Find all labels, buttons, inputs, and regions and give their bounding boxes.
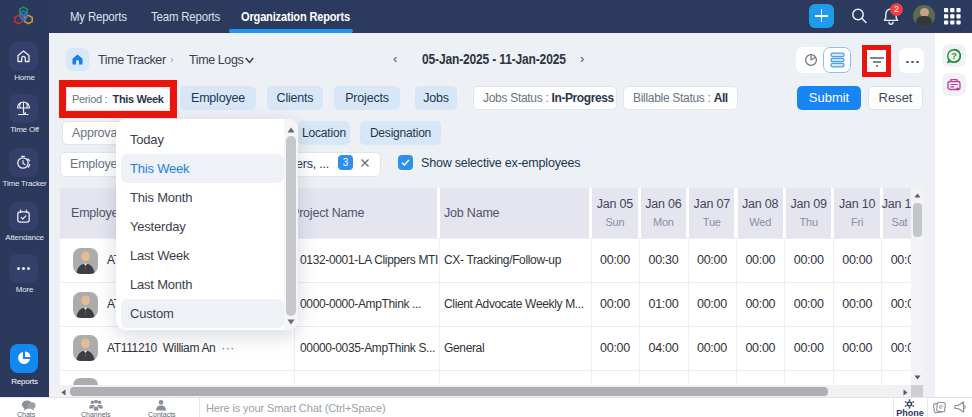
- svg-text:?: ?: [951, 51, 957, 61]
